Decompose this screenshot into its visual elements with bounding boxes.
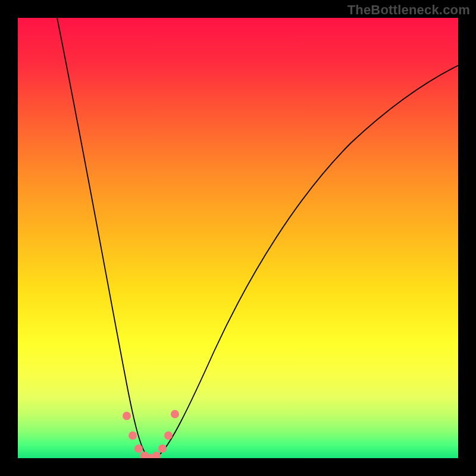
chart-frame: TheBottleneck.com (0, 0, 476, 476)
svg-point-1 (129, 431, 137, 440)
svg-point-7 (164, 431, 173, 440)
bottleneck-curve (18, 18, 458, 458)
svg-point-6 (158, 444, 167, 453)
svg-point-2 (134, 444, 143, 453)
svg-point-8 (171, 410, 179, 418)
plot-area (18, 18, 458, 458)
svg-point-5 (152, 452, 161, 458)
svg-point-0 (123, 412, 131, 420)
watermark-text: TheBottleneck.com (347, 2, 470, 18)
highlighted-points (123, 410, 179, 458)
